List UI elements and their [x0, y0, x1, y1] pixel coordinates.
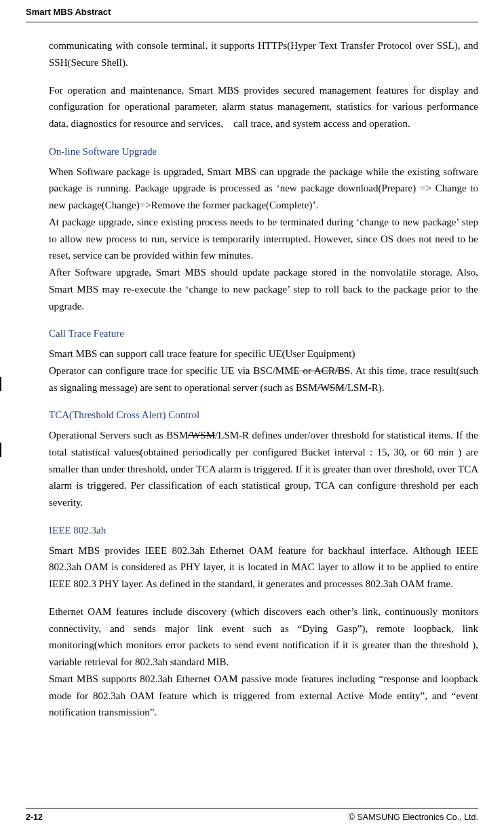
- strikethrough-text: /WSM: [188, 430, 215, 441]
- page-footer: 2-12 © SAMSUNG Electronics Co., Ltd.: [0, 808, 504, 822]
- text: Operator can configure trace for specifi…: [49, 365, 300, 376]
- paragraph: Ethernet OAM features include discovery …: [49, 603, 478, 671]
- text: /LSM-R).: [345, 382, 385, 393]
- paragraph: Operational Servers such as BSM/WSM/LSM-…: [49, 427, 478, 511]
- paragraph: Smart MBS supports 802.3ah Ethernet OAM …: [49, 671, 478, 721]
- paragraph: When Software package is upgraded, Smart…: [49, 164, 478, 214]
- text: Smart MBS can support call trace feature…: [49, 348, 355, 359]
- strikethrough-text: or ACR/BS: [300, 365, 351, 376]
- paragraph: communicating with console terminal, it …: [49, 37, 478, 71]
- change-bar: [0, 443, 1, 457]
- paragraph: After Software upgrade, Smart MBS should…: [49, 264, 478, 314]
- footer-rule: [26, 808, 478, 808]
- body-content: communicating with console terminal, it …: [26, 37, 478, 721]
- page-header: Smart MBS Abstract: [26, 7, 478, 17]
- paragraph: For operation and maintenance, Smart MBS…: [49, 82, 478, 132]
- header-rule: [26, 22, 478, 22]
- section-title: TCA(Threshold Cross Alert) Control: [49, 407, 478, 424]
- copyright: © SAMSUNG Electronics Co., Ltd.: [349, 813, 478, 822]
- text: /LSM-R defines under/over threshold for …: [49, 430, 478, 508]
- change-bar: [0, 377, 1, 391]
- section-title: On-line Software Upgrade: [49, 143, 478, 160]
- page-number: 2-12: [26, 813, 43, 822]
- section-title: Call Trace Feature: [49, 325, 478, 342]
- paragraph: At package upgrade, since existing proce…: [49, 214, 478, 264]
- paragraph: Smart MBS can support call trace feature…: [49, 346, 478, 396]
- text: Operational Servers such as BSM: [49, 430, 188, 441]
- paragraph: Smart MBS provides IEEE 802.3ah Ethernet…: [49, 542, 478, 593]
- section-title: IEEE 802.3ah: [49, 522, 478, 539]
- strikethrough-text: /WSM: [317, 382, 345, 393]
